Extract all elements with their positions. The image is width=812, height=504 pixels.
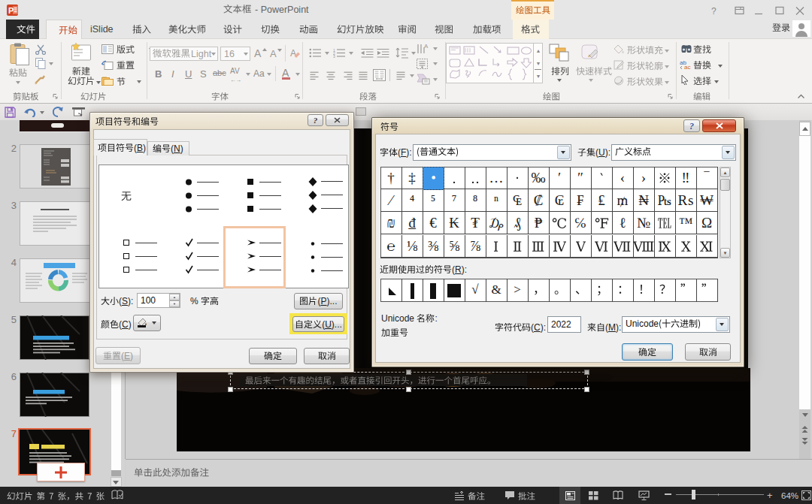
svg-text:3: 3 bbox=[333, 54, 335, 58]
svg-text:?: ? bbox=[711, 6, 717, 16]
svg-text:A: A bbox=[290, 48, 296, 59]
svg-text:P: P bbox=[8, 6, 14, 15]
svg-text:A: A bbox=[424, 44, 429, 50]
svg-text:ac: ac bbox=[684, 64, 690, 69]
